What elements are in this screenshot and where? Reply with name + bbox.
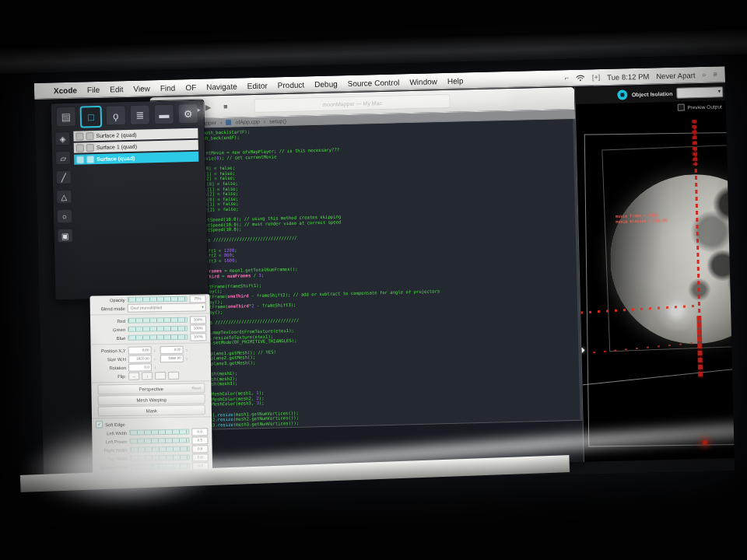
flip-extra-button[interactable] bbox=[168, 371, 179, 379]
quad-tool-icon[interactable]: ▱ bbox=[55, 151, 71, 165]
activity-viewer[interactable]: moonMapper — My Mac bbox=[254, 94, 450, 113]
menu-item-window[interactable]: Window bbox=[409, 77, 437, 86]
output-preview-window: Object Isolation Preview Output movie fr… bbox=[574, 83, 735, 462]
menu-item-edit[interactable]: Edit bbox=[110, 85, 123, 93]
menu-user-name[interactable]: Never Apart bbox=[656, 71, 695, 80]
battery-indicator[interactable]: [+] bbox=[592, 73, 601, 81]
surface-visible-checkbox[interactable] bbox=[75, 132, 83, 140]
surface-label: Surface 1 (quad) bbox=[96, 144, 137, 150]
flip-vertical-button[interactable]: ↕ bbox=[142, 372, 153, 380]
size-h-field[interactable]: 1080.00 bbox=[160, 354, 184, 362]
blue-value: 100% bbox=[190, 333, 206, 341]
menu-item-debug[interactable]: Debug bbox=[314, 79, 338, 89]
crumb-separator: › bbox=[264, 118, 266, 124]
position-y-field[interactable]: 0.00 bbox=[160, 345, 184, 353]
breadcrumb-file[interactable]: ofApp.cpp bbox=[235, 118, 260, 124]
gear-icon[interactable]: ⚙ bbox=[177, 103, 198, 124]
surfaces-list: Surface 2 (quad)Surface 1 (quad)Surface … bbox=[73, 128, 198, 165]
display-icon[interactable]: ⌐ bbox=[565, 74, 570, 82]
red-slider[interactable] bbox=[128, 317, 188, 324]
quad-surface-icon[interactable]: □ bbox=[80, 106, 103, 128]
opacity-slider[interactable] bbox=[128, 296, 188, 303]
mask-tool-icon[interactable]: ▣ bbox=[57, 229, 72, 243]
stop-button[interactable]: ■ bbox=[223, 103, 228, 110]
file-icon bbox=[226, 119, 231, 124]
menu-clock[interactable]: Tue 8:12 PM bbox=[607, 72, 649, 81]
blue-slider[interactable] bbox=[128, 334, 188, 341]
list-icon[interactable]: ≣ bbox=[130, 104, 151, 125]
stepper-icon[interactable]: ↕ bbox=[154, 365, 158, 369]
properties-row: Blue100% bbox=[90, 332, 210, 342]
stepper-icon[interactable]: ↕ bbox=[154, 348, 158, 352]
surface-visible-checkbox[interactable] bbox=[76, 156, 84, 163]
run-button[interactable]: ▶ bbox=[205, 103, 211, 111]
blend-mode-dropdown[interactable]: Over premultiplied bbox=[128, 303, 206, 313]
surface-list-item[interactable]: Surface 1 (quad) bbox=[74, 140, 198, 153]
reset-label[interactable]: Reset bbox=[191, 386, 201, 390]
menu-item-of[interactable]: OF bbox=[185, 82, 196, 91]
photo-of-monitor: XcodeFileEditViewFindOFNavigateEditorPro… bbox=[0, 0, 747, 560]
notification-center-icon[interactable]: ≡ bbox=[713, 70, 717, 78]
menu-item-file[interactable]: File bbox=[87, 85, 100, 93]
code-editor[interactable]: startV.push_back(startF); endV.push_back… bbox=[150, 119, 582, 430]
menu-item-xcode[interactable]: Xcode bbox=[54, 86, 77, 95]
green-slider[interactable] bbox=[128, 326, 188, 332]
stepper-icon[interactable]: ↕ bbox=[154, 356, 158, 361]
search-icon[interactable]: ⌕ bbox=[702, 70, 706, 79]
left-power-value: 0.5 bbox=[191, 436, 208, 444]
object-isolation-icon[interactable] bbox=[618, 89, 628, 100]
soft-edge-checkbox[interactable]: ✓ bbox=[96, 421, 103, 428]
rotation-field[interactable]: 0.0 bbox=[128, 363, 152, 371]
mode-button-perspective[interactable]: PerspectiveReset bbox=[97, 383, 205, 394]
surface-list-item[interactable]: Surface (quad) bbox=[74, 152, 198, 165]
surface-lock-checkbox[interactable] bbox=[86, 132, 93, 140]
stepper-icon[interactable]: ↕ bbox=[186, 355, 190, 360]
wifi-icon[interactable] bbox=[576, 74, 585, 81]
preview-output-checkbox[interactable] bbox=[677, 103, 684, 110]
surface-lock-checkbox[interactable] bbox=[86, 144, 94, 152]
ellipse-tool-icon[interactable]: ○ bbox=[57, 209, 72, 223]
menu-item-help[interactable]: Help bbox=[447, 76, 464, 85]
preview-canvas[interactable]: movie frame = 7675movie elapsed = 319.05 bbox=[576, 111, 735, 462]
menu-item-navigate[interactable]: Navigate bbox=[206, 82, 237, 91]
bulb-icon[interactable]: ϙ bbox=[106, 105, 127, 126]
menu-item-editor[interactable]: Editor bbox=[247, 81, 267, 90]
stepper-icon[interactable]: ↕ bbox=[186, 347, 190, 352]
property-label: Opacity bbox=[94, 297, 125, 303]
red-dash-column-dense-top bbox=[692, 120, 697, 165]
monitor-screen: XcodeFileEditViewFindOFNavigateEditorPro… bbox=[34, 66, 735, 488]
size-w-field[interactable]: 1920.00 bbox=[128, 355, 152, 362]
preview-dropdown[interactable] bbox=[676, 86, 723, 98]
breadcrumb-symbol[interactable]: setup() bbox=[269, 118, 286, 124]
xcode-window: ▶ ■ moonMapper — My Mac ❮ ❯ moonMapper ›… bbox=[149, 87, 584, 472]
flip-horizontal-button[interactable]: ↔ bbox=[128, 372, 139, 380]
surface-lock-checkbox[interactable] bbox=[86, 156, 94, 163]
shape-tools-strip: ◈▱╱△○▣ bbox=[54, 131, 72, 243]
surface-visible-checkbox[interactable] bbox=[76, 144, 84, 152]
debug-overlay-text: movie frame = 7675movie elapsed = 319.05 bbox=[615, 212, 668, 225]
menu-item-source-control[interactable]: Source Control bbox=[348, 78, 400, 88]
menu-item-view[interactable]: View bbox=[133, 84, 150, 93]
position-x-field[interactable]: 0.00 bbox=[128, 346, 152, 354]
properties-row: Blend modeOver premultiplied bbox=[90, 303, 210, 313]
layers-icon[interactable]: ▤ bbox=[56, 107, 77, 128]
surface-quad-outline-inner[interactable] bbox=[601, 144, 735, 352]
left-width-slider[interactable] bbox=[129, 429, 189, 436]
line-tool-icon[interactable]: ╱ bbox=[56, 170, 72, 184]
property-label: Red bbox=[94, 318, 125, 324]
property-label: Soft Edge bbox=[105, 422, 136, 427]
red-value: 100% bbox=[190, 316, 206, 324]
flip-extra-button[interactable] bbox=[155, 372, 166, 380]
move-tool-icon[interactable]: ◈ bbox=[54, 131, 70, 145]
property-label: Flip: bbox=[95, 373, 126, 379]
menu-item-find[interactable]: Find bbox=[160, 83, 176, 92]
rectangle-icon[interactable]: ▬ bbox=[153, 104, 174, 125]
panel-expander-icon[interactable]: ▸ bbox=[198, 107, 201, 114]
triangle-tool-icon[interactable]: △ bbox=[56, 190, 72, 204]
surface-list-item[interactable]: Surface 2 (quad) bbox=[73, 128, 198, 142]
menu-item-product[interactable]: Product bbox=[278, 80, 305, 89]
mode-button-mesh-warping[interactable]: Mesh Warping bbox=[98, 394, 205, 405]
property-label: Position X,Y bbox=[95, 348, 126, 353]
mode-button-mask[interactable]: Mask bbox=[98, 404, 205, 416]
green-value: 100% bbox=[190, 324, 206, 332]
